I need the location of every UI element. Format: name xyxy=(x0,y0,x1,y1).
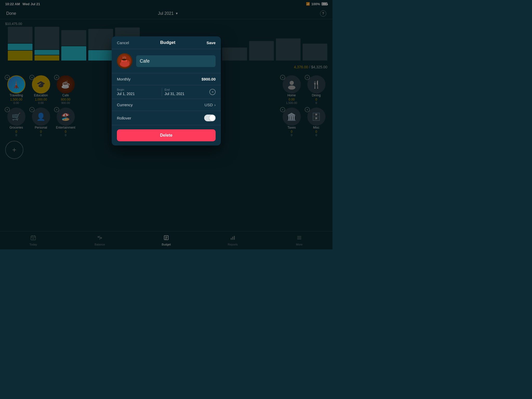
svg-point-22 xyxy=(118,55,131,68)
currency-selector[interactable]: USD › xyxy=(204,103,216,107)
svg-point-23 xyxy=(120,63,129,66)
delete-button[interactable]: Delete xyxy=(117,129,216,141)
monthly-value[interactable]: $900.00 xyxy=(202,77,216,81)
dialog-title: Budget xyxy=(160,40,176,45)
date-close-button[interactable]: ✕ xyxy=(209,89,216,95)
end-value[interactable]: Jul 31, 2021 xyxy=(165,92,207,96)
end-date-group: End Jul 31, 2021 xyxy=(165,88,207,96)
begin-label: Begin xyxy=(117,88,159,91)
currency-row: Currency USD › xyxy=(112,99,221,111)
monthly-row: Monthly $900.00 xyxy=(112,73,221,85)
currency-label: Currency xyxy=(117,103,133,107)
dialog-cancel-button[interactable]: Cancel xyxy=(117,41,129,45)
date-range-row: Begin Jul 1, 2021 End Jul 31, 2021 ✕ xyxy=(112,85,221,99)
category-name-input[interactable] xyxy=(136,55,216,67)
rollover-label: Rollover xyxy=(117,116,131,120)
rollover-row: Rollover xyxy=(112,111,221,125)
date-divider xyxy=(162,88,162,96)
dialog-header: Cancel Budget Save xyxy=(112,36,221,49)
category-row xyxy=(112,49,221,73)
delete-wrapper: Delete xyxy=(112,125,221,145)
monthly-label: Monthly xyxy=(117,77,131,81)
svg-point-25 xyxy=(122,59,127,61)
currency-value: USD xyxy=(204,103,213,107)
category-icon[interactable] xyxy=(117,53,132,69)
begin-value[interactable]: Jul 1, 2021 xyxy=(117,92,159,96)
budget-dialog: Cancel Budget Save xyxy=(112,36,221,145)
currency-chevron-icon: › xyxy=(214,103,216,107)
rollover-toggle[interactable] xyxy=(204,115,216,121)
dialog-save-button[interactable]: Save xyxy=(207,41,216,45)
toggle-knob xyxy=(209,115,215,121)
end-label: End xyxy=(165,88,207,91)
begin-date-group: Begin Jul 1, 2021 xyxy=(117,88,159,96)
